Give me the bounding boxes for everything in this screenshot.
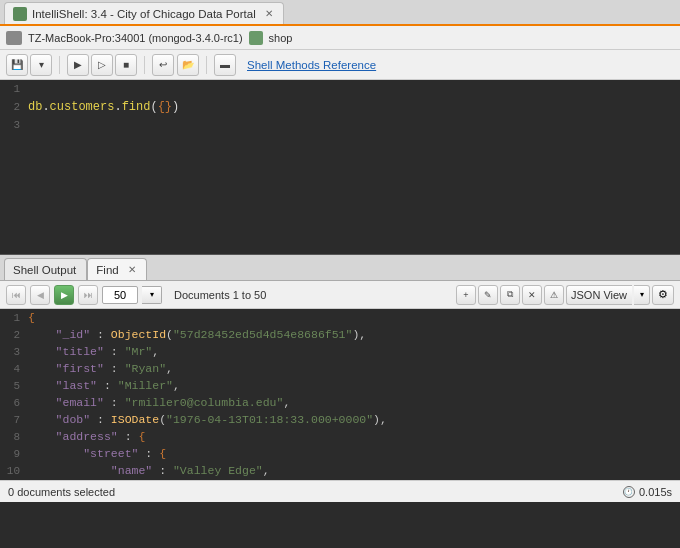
- connection-string: TZ-MacBook-Pro:34001 (mongod-3.4.0-rc1): [28, 32, 243, 44]
- clock-icon: 🕐: [623, 486, 635, 498]
- tab-bar: IntelliShell: 3.4 - City of Chicago Data…: [0, 0, 680, 26]
- code-editor[interactable]: 1 2 db.customers.find({}) 3: [0, 80, 680, 255]
- json-line-3: 3 "title" : "Mr",: [0, 345, 680, 362]
- docs-count-label: Documents 1 to 50: [166, 289, 274, 301]
- timing-info: 🕐 0.015s: [623, 486, 672, 498]
- connection-toolbar: TZ-MacBook-Pro:34001 (mongod-3.4.0-rc1) …: [0, 26, 680, 50]
- save-dropdown[interactable]: ▾: [30, 54, 52, 76]
- results-toolbar: ⏮ ◀ ▶ ⏭ ▾ Documents 1 to 50 + ✎ ⧉ ✕ ⚠ JS…: [0, 281, 680, 309]
- bottom-panel: Shell Output Find ✕ ⏮ ◀ ▶ ⏭ ▾ Documents …: [0, 255, 680, 502]
- edit-doc-button[interactable]: ✎: [478, 285, 498, 305]
- json-line-8: 8 "address" : {: [0, 430, 680, 447]
- code-line-1: 1: [0, 80, 680, 98]
- separator-3: [206, 56, 207, 74]
- json-line-7: 7 "dob" : ISODate("1976-04-13T01:18:33.0…: [0, 413, 680, 430]
- shell-output-tab-label: Shell Output: [13, 264, 76, 276]
- database-name: shop: [269, 32, 293, 44]
- json-line-1: 1 {: [0, 311, 680, 328]
- database-icon: [6, 31, 22, 45]
- first-page-button[interactable]: ⏮: [6, 285, 26, 305]
- open-file-button[interactable]: 📂: [177, 54, 199, 76]
- bottom-tab-bar: Shell Output Find ✕: [0, 255, 680, 281]
- code-line-2: 2 db.customers.find({}): [0, 98, 680, 116]
- settings-button[interactable]: ⚙: [652, 285, 674, 305]
- last-page-button[interactable]: ⏭: [78, 285, 98, 305]
- json-line-2: 2 "_id" : ObjectId("57d28452ed5d4d54e868…: [0, 328, 680, 345]
- save-button[interactable]: 💾: [6, 54, 28, 76]
- separator-2: [144, 56, 145, 74]
- status-bar: 0 documents selected 🕐 0.015s: [0, 480, 680, 502]
- json-line-6: 6 "email" : "rmiller0@columbia.edu",: [0, 396, 680, 413]
- refresh-button[interactable]: ▶: [54, 285, 74, 305]
- db-icon: [249, 31, 263, 45]
- save-group: 💾 ▾: [6, 54, 52, 76]
- line-num-3: 3: [0, 119, 28, 131]
- code-line-3: 3: [0, 116, 680, 134]
- json-line-10: 10 "name" : "Valley Edge",: [0, 464, 680, 480]
- delete-doc-button[interactable]: ✕: [522, 285, 542, 305]
- page-size-input[interactable]: [102, 286, 138, 304]
- find-tab[interactable]: Find ✕: [87, 258, 146, 280]
- stop-button[interactable]: ■: [115, 54, 137, 76]
- line-num-1: 1: [0, 83, 28, 95]
- tab-title: IntelliShell: 3.4 - City of Chicago Data…: [32, 8, 256, 20]
- view-type-select[interactable]: JSON View Table View Tree View: [566, 285, 632, 305]
- line-num-2: 2: [0, 101, 28, 113]
- separator-1: [59, 56, 60, 74]
- json-line-4: 4 "first" : "Ryan",: [0, 362, 680, 379]
- find-tab-label: Find: [96, 264, 118, 276]
- shell-icon: [13, 7, 27, 21]
- view-controls: + ✎ ⧉ ✕ ⚠ JSON View Table View Tree View…: [456, 285, 674, 305]
- query-time: 0.015s: [639, 486, 672, 498]
- clone-doc-button[interactable]: ⧉: [500, 285, 520, 305]
- main-tab[interactable]: IntelliShell: 3.4 - City of Chicago Data…: [4, 2, 284, 24]
- filter-button[interactable]: ⚠: [544, 285, 564, 305]
- tab-close-button[interactable]: ✕: [265, 8, 273, 19]
- history-button[interactable]: ↩: [152, 54, 174, 76]
- code-db: db: [28, 100, 42, 114]
- json-output: 1 { 2 "_id" : ObjectId("57d28452ed5d4d54…: [0, 309, 680, 480]
- run-line-button[interactable]: ▷: [91, 54, 113, 76]
- line-content-2: db.customers.find({}): [28, 100, 179, 114]
- prev-page-button[interactable]: ◀: [30, 285, 50, 305]
- add-doc-button[interactable]: +: [456, 285, 476, 305]
- run-button[interactable]: ▶: [67, 54, 89, 76]
- action-toolbar: 💾 ▾ ▶ ▷ ■ ↩ 📂 ▬ Shell Methods Reference: [0, 50, 680, 80]
- shell-output-tab[interactable]: Shell Output: [4, 258, 87, 280]
- view-type-dropdown[interactable]: ▾: [634, 285, 650, 305]
- terminal-button[interactable]: ▬: [214, 54, 236, 76]
- run-group: ▶ ▷ ■: [67, 54, 137, 76]
- page-size-dropdown[interactable]: ▾: [142, 286, 162, 304]
- shell-methods-link[interactable]: Shell Methods Reference: [247, 59, 376, 71]
- find-tab-close[interactable]: ✕: [128, 264, 136, 275]
- selection-status: 0 documents selected: [8, 486, 115, 498]
- json-line-9: 9 "street" : {: [0, 447, 680, 464]
- json-line-5: 5 "last" : "Miller",: [0, 379, 680, 396]
